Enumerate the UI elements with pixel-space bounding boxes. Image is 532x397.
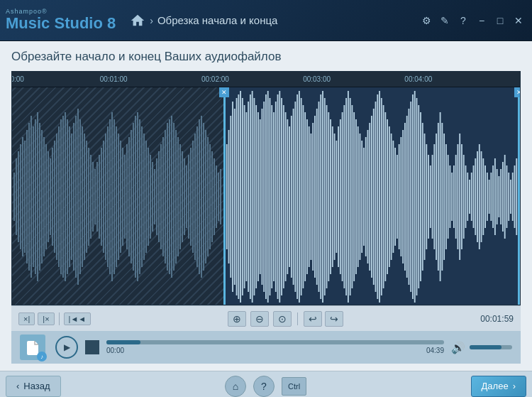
svg-rect-32: [82, 126, 83, 267]
svg-rect-125: [279, 91, 280, 303]
svg-rect-87: [199, 119, 200, 274]
time-2: 00:02:00: [201, 75, 229, 83]
svg-rect-129: [287, 119, 288, 274]
play-button[interactable]: ▶: [55, 336, 78, 359]
waveform-area[interactable]: ✕ ✕: [12, 87, 520, 305]
svg-rect-103: [236, 98, 238, 295]
waveform-left-svg: [12, 87, 223, 305]
svg-rect-176: [379, 91, 380, 303]
svg-rect-206: [438, 123, 439, 271]
separator-2: [297, 312, 298, 325]
svg-rect-86: [196, 126, 198, 267]
svg-rect-124: [277, 94, 279, 299]
svg-rect-39: [96, 162, 98, 232]
svg-rect-225: [475, 158, 476, 235]
waveform-active-svg: [225, 87, 519, 305]
svg-rect-200: [426, 144, 427, 249]
svg-rect-222: [469, 180, 470, 214]
time-end: 04:39: [426, 347, 444, 354]
svg-rect-179: [384, 112, 386, 281]
trim-handle-right[interactable]: ✕: [518, 87, 520, 305]
svg-rect-107: [244, 105, 245, 288]
svg-rect-183: [392, 141, 394, 253]
svg-rect-202: [430, 165, 431, 228]
svg-rect-199: [424, 134, 426, 260]
svg-rect-180: [387, 119, 388, 274]
svg-rect-246: [516, 158, 517, 235]
file-icon-area: ♪: [20, 335, 45, 360]
svg-rect-190: [406, 116, 408, 278]
svg-rect-9: [33, 126, 34, 267]
toolbar-row: ×| |× |◄◄ ⊕ ⊖ ⊙ ↩ ↪ 00:01:59: [11, 305, 521, 331]
svg-rect-189: [404, 123, 406, 271]
title-controls: ⚙ ✎ ? − □ ✕: [419, 13, 526, 28]
svg-rect-157: [342, 112, 343, 281]
svg-rect-27: [71, 134, 72, 260]
redo-button[interactable]: ↪: [325, 311, 343, 327]
svg-rect-97: [220, 169, 221, 224]
zoom-out-button[interactable]: ⊖: [250, 311, 269, 327]
svg-rect-111: [252, 91, 253, 303]
waveform-container[interactable]: 0:00 00:01:00 00:02:00 00:03:00 00:04:00: [11, 71, 521, 305]
undo-button[interactable]: ↩: [304, 311, 322, 327]
help-nav-button[interactable]: ?: [253, 376, 275, 397]
region-left: [12, 87, 223, 305]
svg-rect-168: [363, 148, 365, 246]
timeline: 0:00 00:01:00 00:02:00 00:03:00 00:04:00: [12, 72, 520, 87]
svg-rect-146: [320, 94, 321, 299]
back-button[interactable]: ‹ Назад: [6, 376, 61, 397]
help-button[interactable]: ?: [455, 13, 471, 28]
svg-rect-184: [394, 148, 396, 246]
svg-rect-170: [367, 130, 369, 263]
stop-button[interactable]: [85, 340, 99, 354]
svg-rect-208: [441, 123, 443, 271]
home-nav-button[interactable]: ⌂: [225, 376, 246, 397]
svg-rect-121: [271, 105, 272, 288]
svg-rect-83: [190, 148, 192, 246]
svg-rect-136: [301, 98, 302, 295]
progress-track[interactable]: [106, 340, 444, 344]
svg-rect-140: [309, 126, 310, 267]
svg-rect-169: [365, 137, 367, 256]
trim-handle-left[interactable]: ✕: [223, 87, 226, 305]
svg-rect-130: [289, 126, 290, 267]
svg-rect-234: [492, 165, 494, 228]
next-button[interactable]: Далее ›: [471, 376, 526, 397]
svg-rect-75: [173, 123, 174, 271]
svg-rect-138: [304, 112, 306, 281]
svg-rect-135: [299, 91, 300, 303]
svg-rect-139: [306, 119, 308, 274]
svg-rect-152: [332, 126, 333, 267]
cut-start-button[interactable]: ×|: [18, 312, 35, 325]
cut-end-label: |×: [43, 315, 49, 323]
ctrl-button[interactable]: Ctrl: [282, 377, 306, 396]
svg-rect-66: [154, 169, 155, 224]
zoom-in-button[interactable]: ⊕: [228, 311, 246, 327]
svg-rect-238: [500, 169, 501, 224]
svg-rect-209: [443, 134, 445, 260]
minimize-button[interactable]: −: [474, 13, 489, 28]
svg-rect-49: [118, 134, 119, 260]
cut-end-button[interactable]: |×: [38, 312, 54, 325]
close-button[interactable]: ✕: [511, 13, 526, 28]
maximize-button[interactable]: □: [492, 13, 508, 28]
settings-button[interactable]: ⚙: [419, 13, 434, 28]
page-subtitle: Обрезайте начало и конец Ваших аудиофайл…: [11, 50, 521, 64]
svg-rect-80: [184, 158, 185, 235]
volume-slider[interactable]: [470, 345, 512, 349]
home-icon[interactable]: [130, 13, 145, 28]
svg-rect-226: [477, 151, 478, 242]
svg-rect-245: [514, 165, 516, 228]
svg-rect-150: [328, 112, 329, 281]
volume-icon[interactable]: 🔊: [451, 341, 465, 354]
svg-rect-212: [449, 165, 450, 228]
edit-button[interactable]: ✎: [437, 13, 453, 28]
file-badge: ♪: [37, 352, 47, 361]
zoom-fit-button[interactable]: ⊙: [273, 311, 292, 327]
svg-rect-214: [453, 165, 455, 228]
skip-start-button[interactable]: |◄◄: [64, 312, 92, 325]
svg-rect-137: [302, 105, 304, 288]
svg-rect-69: [160, 144, 162, 249]
svg-rect-62: [145, 141, 147, 253]
svg-rect-88: [201, 116, 202, 278]
